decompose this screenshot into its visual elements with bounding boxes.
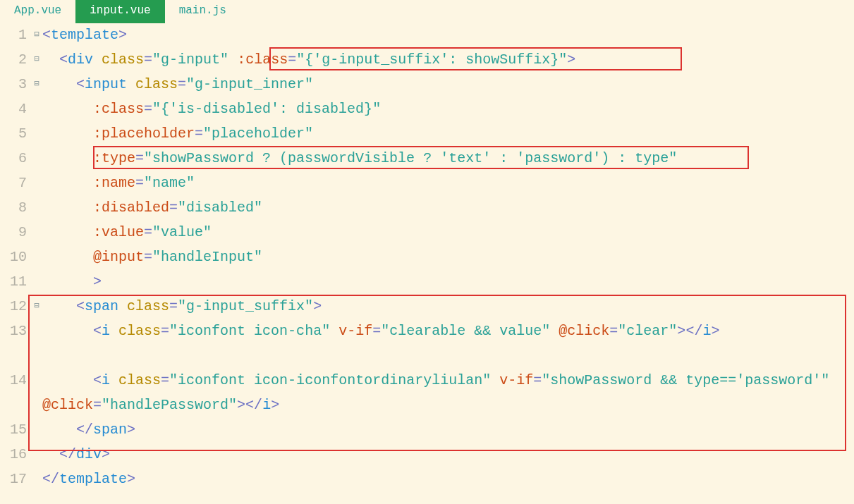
code-line: <i class="iconfont icon-cha" v-if="clear… xyxy=(42,319,854,368)
tab-main-js[interactable]: main.js xyxy=(165,0,240,23)
code-editor[interactable]: 1 2 3 4 5 6 7 8 9 10 11 12 13 14 15 16 1… xyxy=(0,23,854,491)
code-line: </div> xyxy=(42,442,854,467)
code-line: :class="{'is-disabled': disabled}" xyxy=(42,97,854,121)
tab-input-vue[interactable]: input.vue xyxy=(75,0,164,23)
code-line: @input="handleInput" xyxy=(42,245,854,269)
tab-app-vue[interactable]: App.vue xyxy=(0,0,75,23)
code-line: <input class="g-input_inner" xyxy=(42,72,854,97)
code-line: </template> xyxy=(42,467,854,491)
code-line: > xyxy=(42,269,854,294)
code-line: <i class="iconfont icon-iconfontordinary… xyxy=(42,368,854,417)
code-line: <div class="g-input" :class="{'g-input_s… xyxy=(42,47,854,72)
code-line: <span class="g-input_suffix"> xyxy=(42,294,854,319)
fold-icon[interactable]: ⊟ xyxy=(31,294,42,319)
code-line: :placeholder="placeholder" xyxy=(42,121,854,146)
fold-icon[interactable]: ⊟ xyxy=(31,23,42,47)
code-line: <template> xyxy=(42,23,854,47)
fold-icon[interactable]: ⊟ xyxy=(31,47,42,72)
fold-gutter: ⊟ ⊟ ⊟ ⊟ xyxy=(31,23,42,491)
code-line: :type="showPassword ? (passwordVisible ?… xyxy=(42,146,854,171)
code-line: :value="value" xyxy=(42,220,854,245)
fold-icon[interactable]: ⊟ xyxy=(31,72,42,97)
line-number-gutter: 1 2 3 4 5 6 7 8 9 10 11 12 13 14 15 16 1… xyxy=(0,23,31,491)
code-line: </span> xyxy=(42,417,854,442)
code-line: :name="name" xyxy=(42,171,854,195)
code-line: :disabled="disabled" xyxy=(42,195,854,220)
code-area[interactable]: <template> <div class="g-input" :class="… xyxy=(42,23,854,491)
file-tabs: App.vue input.vue main.js xyxy=(0,0,854,23)
